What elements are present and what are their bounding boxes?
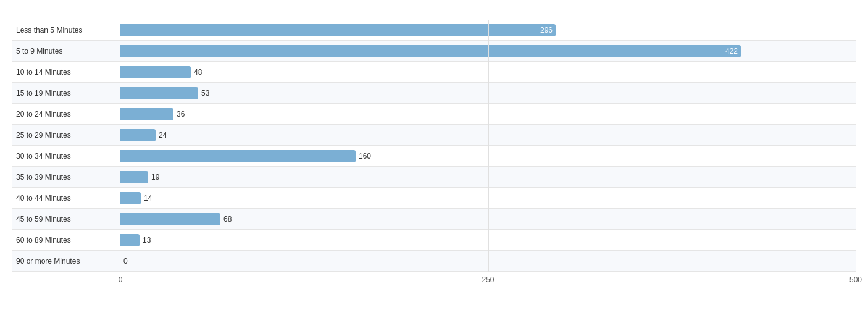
table-row: 25 to 29 Minutes 24 (12, 125, 856, 146)
bar-label: 20 to 24 Minutes (12, 110, 120, 119)
bar-fill (120, 66, 191, 78)
bar-label: 10 to 14 Minutes (12, 68, 120, 77)
bar-value: 422 (725, 47, 738, 56)
bar-label: 15 to 19 Minutes (12, 89, 120, 98)
bar-value: 48 (194, 68, 202, 77)
table-row: 45 to 59 Minutes 68 (12, 209, 856, 230)
bar-value: 53 (201, 89, 209, 98)
bar-label: 40 to 44 Minutes (12, 194, 120, 203)
table-row: 20 to 24 Minutes 36 (12, 104, 856, 125)
table-row: 15 to 19 Minutes 53 (12, 83, 856, 104)
bar-value: 19 (151, 173, 159, 182)
bar-fill: 422 (120, 45, 741, 57)
bar-label: 45 to 59 Minutes (12, 215, 120, 224)
bar-fill (120, 108, 173, 120)
bar-label: 25 to 29 Minutes (12, 131, 120, 140)
bar-fill (120, 150, 356, 162)
bar-fill (120, 192, 141, 204)
chart-area: Less than 5 Minutes 296 5 to 9 Minutes 4… (12, 20, 856, 290)
bar-value: 36 (177, 110, 185, 119)
bar-value: 24 (159, 131, 167, 140)
bar-fill (120, 129, 156, 141)
table-row: 5 to 9 Minutes 422 (12, 41, 856, 62)
bar-label: Less than 5 Minutes (12, 26, 120, 35)
table-row: 60 to 89 Minutes 13 (12, 230, 856, 251)
table-row: 35 to 39 Minutes 19 (12, 167, 856, 188)
table-row: 10 to 14 Minutes 48 (12, 62, 856, 83)
bar-fill (120, 213, 220, 225)
bar-label: 35 to 39 Minutes (12, 173, 120, 182)
table-row: Less than 5 Minutes 296 (12, 20, 856, 41)
bar-value: 14 (144, 194, 152, 203)
bar-value: 160 (359, 152, 371, 161)
bar-label: 90 or more Minutes (12, 257, 120, 266)
bar-label: 5 to 9 Minutes (12, 47, 120, 56)
bar-label: 30 to 34 Minutes (12, 152, 120, 161)
x-axis: 0250500 (120, 272, 856, 290)
bar-fill (120, 87, 198, 99)
table-row: 40 to 44 Minutes 14 (12, 188, 856, 209)
x-axis-tick: 0 (119, 275, 123, 284)
chart-container: Less than 5 Minutes 296 5 to 9 Minutes 4… (0, 6, 868, 309)
grid-line (488, 20, 489, 272)
grid-line (856, 20, 856, 272)
bar-label: 60 to 89 Minutes (12, 236, 120, 245)
x-axis-tick: 500 (849, 275, 862, 284)
bar-value: 68 (223, 215, 232, 224)
x-axis-tick: 250 (482, 275, 494, 284)
bar-fill: 296 (120, 24, 556, 36)
bar-value: 296 (540, 26, 553, 35)
bar-value: 0 (123, 257, 128, 266)
table-row: 90 or more Minutes 0 (12, 251, 856, 272)
bar-fill (120, 171, 148, 183)
bar-value: 13 (143, 236, 151, 245)
table-row: 30 to 34 Minutes 160 (12, 146, 856, 167)
bar-fill (120, 234, 140, 246)
